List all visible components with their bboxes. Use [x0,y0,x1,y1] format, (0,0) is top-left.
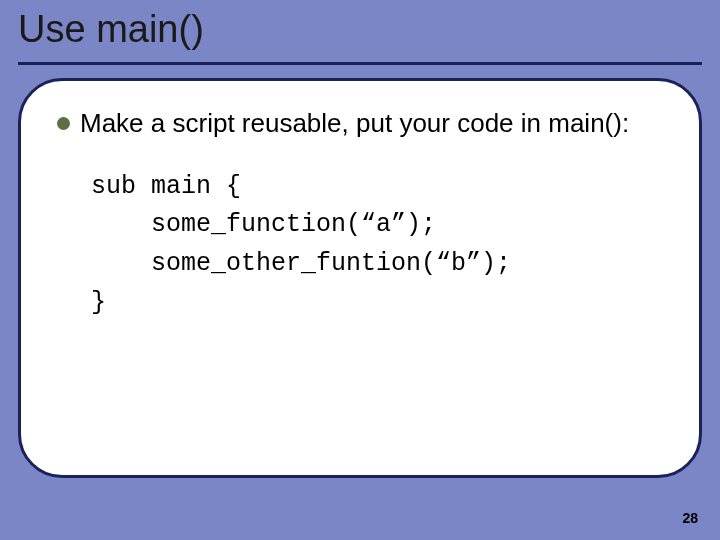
title-underline [18,62,702,65]
code-block: sub main { some_function(“a”); some_othe… [91,168,663,323]
slide-number: 28 [682,510,698,526]
bullet-text: Make a script reusable, put your code in… [80,107,629,140]
bullet-item: Make a script reusable, put your code in… [57,107,663,140]
bullet-icon [57,117,70,130]
slide-title: Use main() [18,8,204,51]
content-card: Make a script reusable, put your code in… [18,78,702,478]
